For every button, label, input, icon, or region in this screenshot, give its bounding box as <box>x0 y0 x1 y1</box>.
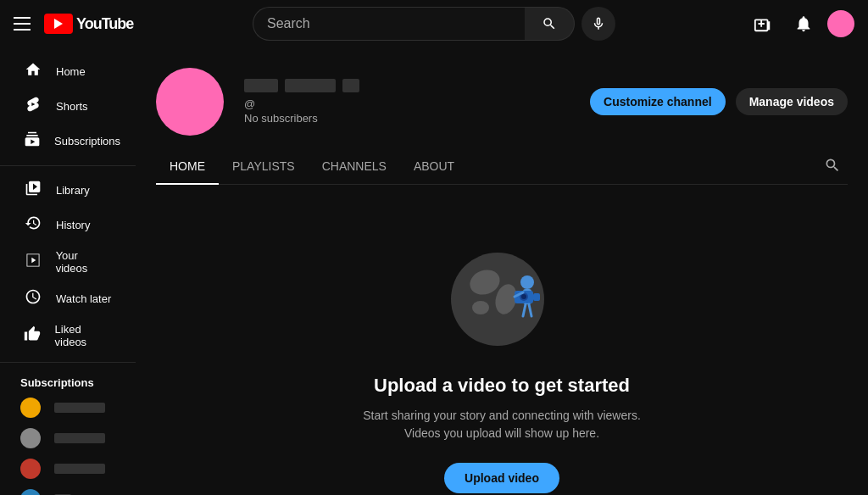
menu-icon[interactable] <box>14 17 31 31</box>
sub-name-2 <box>54 464 105 474</box>
library-icon <box>24 180 42 201</box>
channel-details: @ No subscribers <box>244 79 570 125</box>
sidebar-label-watch-later: Watch later <box>56 292 111 305</box>
topbar-right <box>685 7 854 41</box>
upload-video-button[interactable]: Upload video <box>444 463 559 493</box>
liked-videos-icon <box>24 325 42 347</box>
topbar: YouTube <box>0 0 868 47</box>
name-block-2 <box>285 79 336 92</box>
subscriptions-icon <box>24 131 41 152</box>
channel-header: @ No subscribers Customize channel Manag… <box>136 47 868 185</box>
search-input[interactable] <box>253 7 525 41</box>
channel-info: @ No subscribers Customize channel Manag… <box>156 68 848 136</box>
tab-channels[interactable]: CHANNELS <box>309 149 400 185</box>
subscription-item-0[interactable] <box>0 392 136 423</box>
svg-rect-7 <box>533 293 540 301</box>
tab-playlists[interactable]: PLAYLISTS <box>219 149 309 185</box>
user-avatar[interactable] <box>827 10 854 37</box>
sidebar-item-watch-later[interactable]: Watch later <box>3 281 132 316</box>
yt-logo-icon <box>44 14 73 34</box>
name-block-3 <box>342 79 359 92</box>
tab-home[interactable]: HOME <box>156 149 219 185</box>
channel-avatar <box>156 68 224 136</box>
shorts-icon <box>24 96 42 117</box>
youtube-logo[interactable]: YouTube <box>44 14 133 34</box>
customize-channel-button[interactable]: Customize channel <box>590 88 726 115</box>
mic-button[interactable] <box>581 7 615 41</box>
sidebar-label-home: Home <box>56 65 86 78</box>
layout: Home Shorts Subscriptions Library His <box>0 47 868 495</box>
sidebar-label-shorts: Shorts <box>56 100 88 113</box>
sidebar: Home Shorts Subscriptions Library His <box>0 47 136 495</box>
sidebar-item-shorts[interactable]: Shorts <box>3 89 132 124</box>
subscriptions-title: Subscriptions <box>0 370 136 392</box>
sidebar-item-library[interactable]: Library <box>3 173 132 208</box>
sub-avatar-3: M <box>20 489 41 495</box>
sub-name-0 <box>54 403 105 413</box>
home-icon <box>24 61 42 82</box>
sidebar-label-your-videos: Your videos <box>56 249 112 275</box>
sidebar-item-history[interactable]: History <box>3 208 132 242</box>
sidebar-label-subscriptions: Subscriptions <box>54 135 120 147</box>
sub-avatar-0 <box>20 398 41 418</box>
sidebar-label-liked-videos: Liked videos <box>55 323 112 348</box>
sidebar-label-library: Library <box>56 184 90 197</box>
sidebar-item-liked-videos[interactable]: Liked videos <box>3 316 132 355</box>
channel-subscribers: No subscribers <box>244 112 570 125</box>
camera-illustration <box>434 236 570 354</box>
tab-search-icon[interactable] <box>817 150 848 183</box>
topbar-left: YouTube <box>14 14 183 34</box>
svg-point-3 <box>472 301 489 314</box>
mic-icon <box>591 16 606 31</box>
notifications-button[interactable] <box>787 7 821 41</box>
create-icon <box>754 14 772 33</box>
search-bar <box>253 7 575 41</box>
svg-point-9 <box>521 294 526 299</box>
channel-actions: Customize channel Manage videos <box>590 88 848 115</box>
manage-videos-button[interactable]: Manage videos <box>736 88 848 115</box>
empty-state: Upload a video to get started Start shar… <box>136 185 868 495</box>
subscription-item-3[interactable]: M <box>0 484 136 495</box>
main-content: @ No subscribers Customize channel Manag… <box>136 47 868 495</box>
svg-point-4 <box>520 275 534 289</box>
channel-tabs: HOME PLAYLISTS CHANNELS ABOUT <box>156 149 848 185</box>
bell-icon <box>794 14 813 33</box>
topbar-center <box>183 7 685 41</box>
sidebar-item-your-videos[interactable]: Your videos <box>3 242 132 281</box>
sidebar-divider-2 <box>0 362 136 363</box>
sub-name-1 <box>54 433 105 443</box>
channel-name-placeholder <box>244 79 570 92</box>
subscription-item-2[interactable] <box>0 453 136 484</box>
sidebar-label-history: History <box>56 219 90 231</box>
name-block-1 <box>244 79 278 92</box>
tab-about[interactable]: ABOUT <box>400 149 468 185</box>
empty-description: Start sharing your story and connecting … <box>358 407 646 442</box>
channel-handle: @ <box>244 97 570 110</box>
sub-avatar-1 <box>20 428 41 448</box>
sidebar-item-home[interactable]: Home <box>3 54 132 89</box>
sidebar-divider-1 <box>0 165 136 166</box>
empty-title: Upload a video to get started <box>374 375 630 397</box>
create-button[interactable] <box>746 7 780 41</box>
sidebar-item-subscriptions[interactable]: Subscriptions <box>3 124 132 159</box>
history-icon <box>24 214 42 236</box>
search-button[interactable] <box>525 7 575 41</box>
search-icon <box>542 16 557 31</box>
watch-later-icon <box>24 288 42 309</box>
yt-logo-text: YouTube <box>76 15 133 33</box>
your-videos-icon <box>24 252 42 273</box>
sub-avatar-2 <box>20 459 41 479</box>
subscription-item-1[interactable] <box>0 423 136 453</box>
